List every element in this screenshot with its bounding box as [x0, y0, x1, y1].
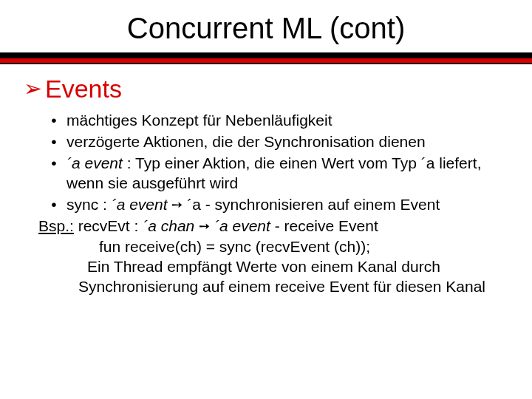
list-item: • verzögerte Aktionen, die der Synchroni… — [49, 132, 508, 152]
bullet-list: • mächtiges Konzept für Nebenläufigkeit … — [24, 111, 508, 214]
chevron-right-icon: ➢ — [24, 78, 42, 100]
list-item: • ´a event : Typ einer Aktion, die einen… — [49, 154, 508, 194]
bullet-dot-icon: • — [49, 195, 59, 215]
bullet-dot-icon: • — [49, 111, 59, 131]
bullet-text: ´a event : Typ einer Aktion, die einen W… — [66, 154, 508, 194]
arrow-right-icon: ➙ — [171, 197, 183, 214]
example-line: fun receive(ch) = sync (recvEvent (ch)); — [38, 236, 508, 256]
bullet-text: verzögerte Aktionen, die der Synchronisa… — [66, 132, 508, 152]
section-heading: ➢ Events — [24, 75, 508, 103]
bullet-dot-icon: • — [49, 154, 59, 194]
section-heading-text: Events — [45, 75, 122, 103]
list-item: • mächtiges Konzept für Nebenläufigkeit — [49, 111, 508, 131]
example-line: Bsp.: recvEvt : ´a chan ➙ ´a event - rec… — [38, 216, 508, 236]
bullet-dot-icon: • — [49, 132, 59, 152]
bullet-text: sync : ´a event ➙ ´a - synchronisieren a… — [66, 195, 508, 215]
arrow-right-icon: ➙ — [199, 218, 210, 235]
example-block: Bsp.: recvEvt : ´a chan ➙ ´a event - rec… — [24, 216, 508, 296]
example-label: Bsp.: — [38, 217, 74, 234]
slide-title: Concurrent ML (cont) — [15, 12, 517, 45]
example-line: Ein Thread empfängt Werte von einem Kana… — [38, 256, 508, 276]
list-item: • sync : ´a event ➙ ´a - synchronisieren… — [49, 195, 508, 215]
bullet-text: mächtiges Konzept für Nebenläufigkeit — [66, 111, 508, 131]
example-line: Synchronisierung auf einem receive Event… — [38, 276, 508, 296]
divider-bar — [0, 52, 532, 66]
